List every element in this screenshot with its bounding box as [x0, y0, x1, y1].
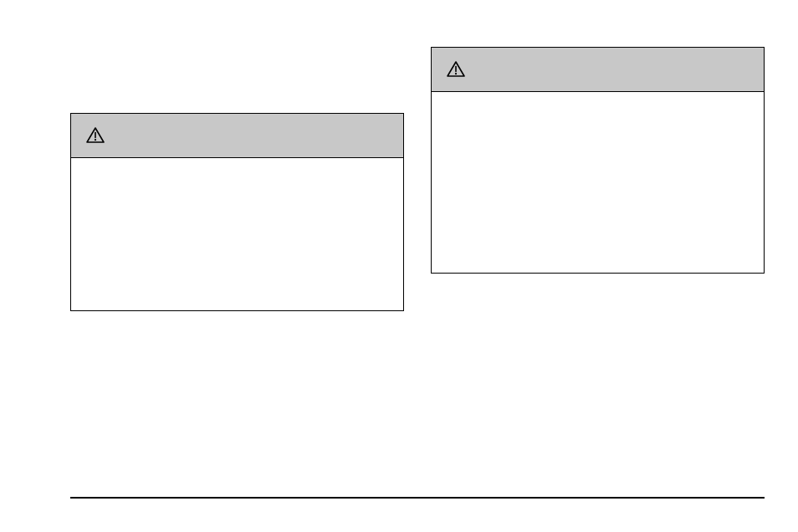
- svg-point-3: [455, 73, 457, 74]
- warning-body-right: [432, 92, 764, 109]
- warning-header-right: [432, 48, 764, 92]
- warning-box-right: [431, 47, 765, 274]
- warning-box-left: [70, 113, 404, 311]
- warning-triangle-icon: [447, 61, 465, 78]
- horizontal-rule: [70, 497, 765, 499]
- warning-triangle-icon: [86, 127, 105, 144]
- warning-body-left: [71, 158, 403, 175]
- warning-header-left: [71, 114, 403, 158]
- svg-point-1: [95, 139, 96, 141]
